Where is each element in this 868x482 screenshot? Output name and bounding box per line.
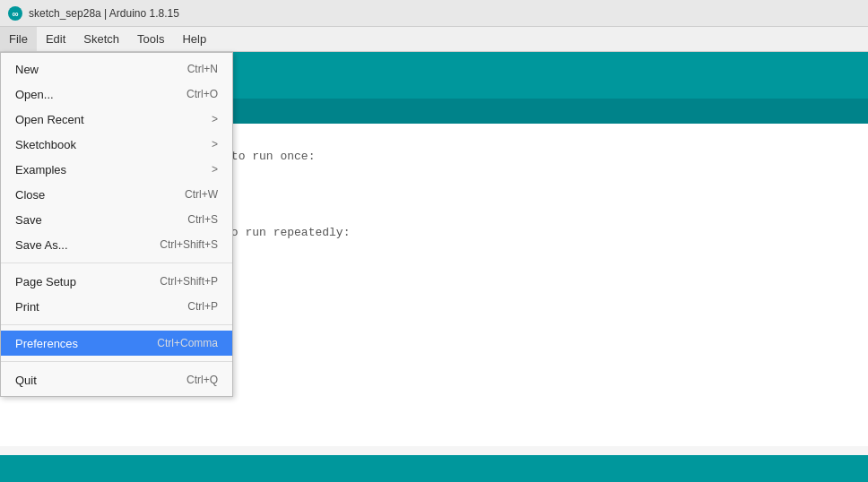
menu-item-preferences-label: Preferences [15, 337, 78, 350]
menu-item-page-setup[interactable]: Page Setup Ctrl+Shift+P [1, 269, 232, 294]
arduino-logo-icon: ∞ [7, 5, 23, 22]
title-bar: ∞ sketch_sep28a | Arduino 1.8.15 [0, 0, 868, 27]
menu-item-open-recent[interactable]: Open Recent > [1, 107, 232, 132]
menu-item-open-shortcut: Ctrl+O [187, 88, 218, 100]
menu-item-page-setup-label: Page Setup [15, 275, 76, 288]
menu-help[interactable]: Help [173, 27, 215, 51]
menu-sketch[interactable]: Sketch [74, 27, 128, 51]
menu-item-save-label: Save [15, 213, 42, 227]
menu-item-new[interactable]: New Ctrl+N [1, 56, 232, 82]
menu-file[interactable]: File [0, 27, 37, 51]
status-bar [0, 455, 868, 482]
menu-item-quit-label: Quit [15, 374, 37, 387]
menu-item-print-shortcut: Ctrl+P [187, 300, 218, 313]
separator-2 [1, 324, 232, 325]
menu-item-save-as-shortcut: Ctrl+Shift+S [160, 238, 218, 251]
menu-item-sketchbook-label: Sketchbook [15, 138, 76, 151]
menu-section-2: Page Setup Ctrl+Shift+P Print Ctrl+P [1, 265, 232, 323]
menu-item-examples-label: Examples [15, 163, 66, 176]
menu-item-new-shortcut: Ctrl+N [187, 63, 218, 75]
file-dropdown-menu: New Ctrl+N Open... Ctrl+O Open Recent > … [0, 52, 233, 397]
menu-item-preferences[interactable]: Preferences Ctrl+Comma [1, 331, 232, 356]
menu-item-preferences-shortcut: Ctrl+Comma [157, 337, 218, 349]
menu-bar: File Edit Sketch Tools Help [0, 27, 868, 52]
menu-item-save[interactable]: Save Ctrl+S [1, 207, 232, 232]
menu-item-close-label: Close [15, 188, 45, 202]
menu-item-page-setup-shortcut: Ctrl+Shift+P [160, 275, 218, 288]
menu-item-close[interactable]: Close Ctrl+W [1, 182, 232, 207]
svg-text:∞: ∞ [12, 9, 18, 19]
menu-item-save-shortcut: Ctrl+S [187, 213, 218, 226]
menu-item-open[interactable]: Open... Ctrl+O [1, 82, 232, 107]
menu-item-quit-shortcut: Ctrl+Q [187, 374, 218, 386]
menu-section-3: Preferences Ctrl+Comma [1, 327, 232, 359]
menu-item-save-as[interactable]: Save As... Ctrl+Shift+S [1, 232, 232, 257]
menu-section-1: New Ctrl+N Open... Ctrl+O Open Recent > … [1, 53, 232, 261]
menu-section-4: Quit Ctrl+Q [1, 364, 232, 396]
separator-3 [1, 361, 232, 362]
menu-item-examples[interactable]: Examples > [1, 157, 232, 182]
menu-item-close-shortcut: Ctrl+W [185, 188, 218, 201]
menu-tools[interactable]: Tools [128, 27, 173, 51]
window-title: sketch_sep28a | Arduino 1.8.15 [29, 7, 179, 20]
menu-item-open-label: Open... [15, 88, 54, 101]
menu-item-open-recent-arrow: > [212, 113, 218, 125]
menu-item-examples-arrow: > [212, 163, 218, 176]
menu-item-sketchbook[interactable]: Sketchbook > [1, 132, 232, 157]
separator-1 [1, 263, 232, 263]
menu-item-print-label: Print [15, 300, 39, 314]
menu-item-quit[interactable]: Quit Ctrl+Q [1, 367, 232, 392]
menu-item-print[interactable]: Print Ctrl+P [1, 294, 232, 319]
menu-edit[interactable]: Edit [37, 27, 74, 51]
menu-item-open-recent-label: Open Recent [15, 113, 84, 126]
menu-item-new-label: New [15, 63, 39, 76]
menu-item-save-as-label: Save As... [15, 238, 68, 252]
menu-item-sketchbook-arrow: > [212, 138, 218, 151]
